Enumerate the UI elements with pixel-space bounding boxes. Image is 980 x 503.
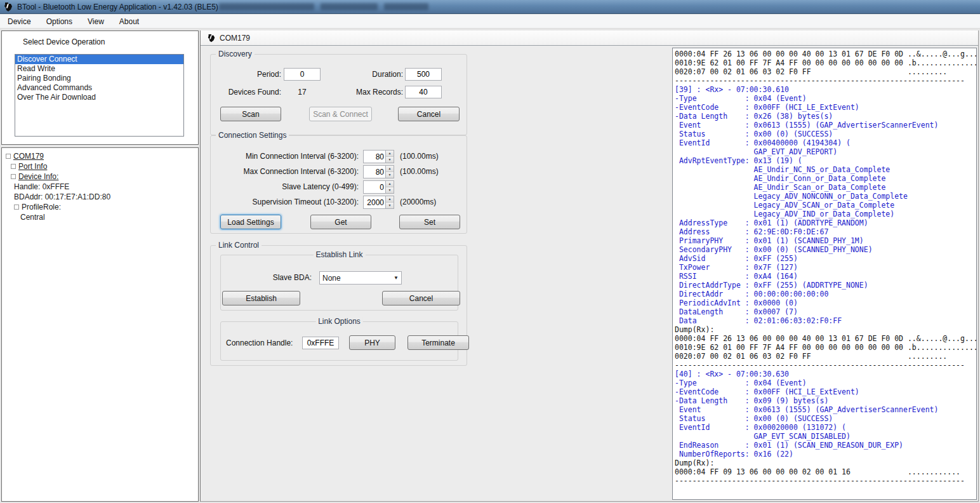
ti-logo-icon	[207, 34, 216, 43]
duration-input[interactable]	[405, 68, 442, 81]
spin-down-icon[interactable]: ▼	[386, 203, 394, 208]
log-line: Legacy_ADV_IND_or_Data_Complete)	[675, 210, 974, 218]
devices-found-value: 17	[284, 88, 321, 97]
tree-node[interactable]: ProfileRole:	[2, 202, 198, 212]
min-conn-interval-input[interactable]	[363, 150, 385, 163]
tab-com179[interactable]: COM179	[201, 30, 256, 45]
tree-node-label: BDAddr: 00:17:E7:A1:DD:80	[14, 192, 110, 202]
slave-latency-stepper[interactable]: ▲▼	[363, 180, 394, 194]
device-operation-item[interactable]: Over The Air Download	[15, 93, 183, 102]
establish-link-title: Establish Link	[313, 250, 365, 259]
log-line: 0010:9E 62 01 00 FF 7F A4 FF 00 00 00 00…	[675, 58, 974, 67]
scan-connect-button[interactable]: Scan & Connect	[309, 107, 372, 121]
log-line: -Type : 0x04 (Event)	[675, 379, 974, 387]
expand-collapse-icon[interactable]	[11, 174, 16, 179]
ti-logo-icon	[3, 2, 13, 12]
log-line: GAP_EVT_SCAN_DISABLED)	[675, 432, 974, 441]
log-line: [39] : <Rx> - 07:00:30.610	[675, 85, 974, 94]
log-line: ----------------------------------------…	[675, 76, 974, 85]
supervision-timeout-input[interactable]	[363, 196, 385, 209]
connection-handle-label: Connection Handle:	[226, 339, 293, 347]
log-line: Data : 02:01:06:03:02:F0:FF	[675, 316, 974, 325]
spin-up-icon[interactable]: ▲	[386, 196, 394, 203]
log-line: [40] : <Rx> - 07:00:30.630	[675, 370, 974, 379]
max-records-label: Max Records:	[356, 88, 403, 97]
log-line: -EventCode : 0x00FF (HCI_LE_ExtEvent)	[675, 387, 974, 396]
device-operation-item[interactable]: Discover Connect	[15, 55, 183, 64]
log-line: 0010:9E 62 01 00 FF 7F A4 FF 00 00 00 00…	[675, 343, 974, 352]
establish-cancel-button[interactable]: Cancel	[382, 291, 460, 305]
set-button[interactable]: Set	[399, 215, 460, 229]
menu-about[interactable]: About	[112, 15, 147, 28]
spin-up-icon[interactable]: ▲	[386, 181, 394, 187]
link-control-title: Link Control	[216, 241, 262, 250]
log-line: PeriodicAdvInt : 0x0000 (0)	[675, 298, 974, 307]
log-line: EventId : 0x00020000 (131072) (	[675, 423, 974, 432]
tree-node[interactable]: Central	[2, 212, 198, 222]
log-line: 0020:07 00 02 01 06 03 02 F0 FF ........…	[675, 67, 974, 76]
period-input[interactable]	[284, 68, 321, 81]
log-output[interactable]: 0000:04 FF 26 13 06 00 00 00 40 00 13 01…	[672, 48, 977, 500]
slave-latency-input[interactable]	[363, 180, 385, 194]
duration-label: Duration:	[372, 70, 403, 79]
expand-collapse-icon[interactable]	[14, 205, 19, 210]
log-line: EventId : 0x00400000 (4194304) (	[675, 138, 974, 147]
tree-node[interactable]: Handle: 0xFFFE	[2, 182, 198, 192]
log-line: Dump(Rx):	[675, 459, 974, 467]
spin-up-icon[interactable]: ▲	[386, 151, 394, 157]
slave-bda-combobox[interactable]: None ▼	[319, 271, 402, 285]
device-operation-item[interactable]: Advanced Commands	[15, 83, 183, 93]
log-line: AddressType : 0x01 (1) (ADDRTYPE_RANDOM)	[675, 218, 974, 227]
load-settings-button[interactable]: Load Settings	[220, 215, 281, 229]
scan-button[interactable]: Scan	[220, 107, 281, 121]
max-conn-interval-unit: (100.00ms)	[400, 167, 439, 176]
log-line: 0000:04 FF 09 13 06 00 00 00 02 00 01 16…	[675, 467, 974, 476]
connection-settings-group: Connection Settings Min Connection Inter…	[210, 135, 467, 234]
tree-node-label: COM179	[13, 151, 44, 161]
max-conn-interval-input[interactable]	[363, 165, 385, 178]
spin-up-icon[interactable]: ▲	[386, 166, 394, 172]
btool-window: BTool - Bluetooth Low Energy Application…	[0, 0, 980, 503]
link-control-group: Link Control Establish Link Slave BDA: N…	[210, 245, 467, 366]
device-tree[interactable]: COM179Port InfoDevice Info:Handle: 0xFFF…	[1, 147, 199, 502]
tab-label: COM179	[220, 34, 250, 43]
tree-node[interactable]: Port Info	[2, 161, 198, 171]
spin-down-icon[interactable]: ▼	[386, 172, 394, 178]
device-operation-item[interactable]: Pairing Bonding	[15, 74, 183, 83]
log-line: Legacy_ADV_NONCONN_or_Data_Complete	[675, 192, 974, 201]
menu-device[interactable]: Device	[0, 15, 39, 28]
get-button[interactable]: Get	[310, 215, 371, 229]
establish-button[interactable]: Establish	[222, 291, 300, 305]
device-operation-item[interactable]: Read Write	[15, 64, 183, 74]
log-line: ----------------------------------------…	[675, 361, 974, 370]
menu-options[interactable]: Options	[39, 15, 80, 28]
terminate-button[interactable]: Terminate	[407, 335, 469, 350]
min-conn-interval-stepper[interactable]: ▲▼	[363, 150, 394, 163]
title-bar[interactable]: BTool - Bluetooth Low Energy Application…	[0, 0, 980, 14]
discovery-group-title: Discovery	[216, 50, 255, 58]
device-operation-list[interactable]: Discover ConnectRead WritePairing Bondin…	[15, 54, 184, 137]
spin-down-icon[interactable]: ▼	[386, 187, 394, 193]
max-conn-interval-stepper[interactable]: ▲▼	[363, 165, 394, 178]
phy-button[interactable]: PHY	[349, 335, 395, 350]
connection-handle-input[interactable]	[302, 337, 339, 349]
supervision-timeout-stepper[interactable]: ▲▼	[363, 196, 394, 209]
discovery-cancel-button[interactable]: Cancel	[398, 107, 460, 121]
tree-node-label: ProfileRole:	[22, 202, 61, 212]
log-line: -Data Length : 0x09 (9) bytes(s)	[675, 396, 974, 405]
tree-node[interactable]: Device Info:	[2, 171, 198, 182]
max-records-input[interactable]	[405, 86, 442, 98]
log-line: DirectAddr : 00:00:00:00:00:00	[675, 290, 974, 298]
expand-collapse-icon[interactable]	[6, 154, 11, 159]
log-line: AdvRptEventType: 0x13 (19) (	[675, 156, 974, 165]
tab-strip: COM179	[201, 30, 978, 46]
expand-collapse-icon[interactable]	[11, 164, 16, 169]
menu-bar: Device Options View About	[0, 15, 980, 29]
device-operation-heading: Select Device Operation	[23, 37, 105, 46]
menu-view[interactable]: View	[80, 15, 112, 28]
log-line: -Type : 0x04 (Event)	[675, 94, 974, 103]
tree-node[interactable]: COM179	[2, 151, 198, 161]
tree-node[interactable]: BDAddr: 00:17:E7:A1:DD:80	[2, 192, 198, 202]
spin-down-icon[interactable]: ▼	[386, 157, 394, 163]
log-line: 0000:04 FF 26 13 06 00 00 00 40 00 13 01…	[675, 50, 974, 58]
